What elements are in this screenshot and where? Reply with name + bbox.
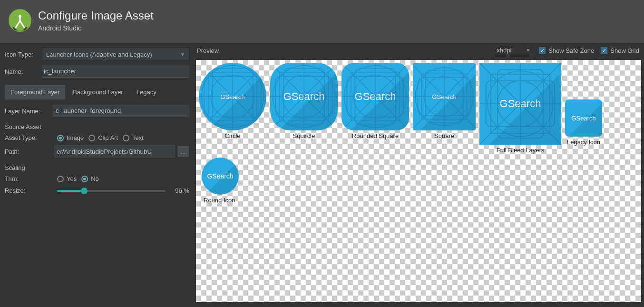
show-grid-checkbox[interactable]: Show Grid xyxy=(601,47,639,54)
caption-legacy: Legacy Icon xyxy=(567,139,600,146)
asset-type-image-label: Image xyxy=(67,134,84,141)
scaling-heading: Scaling xyxy=(5,164,189,171)
caption-square: Square xyxy=(434,132,454,139)
trim-no-label: No xyxy=(91,175,99,182)
chevron-down-icon: ▼ xyxy=(180,52,185,57)
asset-type-clipart-label: Clip Art xyxy=(98,134,118,141)
chevron-down-icon: ▼ xyxy=(526,48,530,53)
checkbox-icon xyxy=(601,47,607,54)
icon-type-select[interactable]: Launcher Icons (Adaptive and Legacy) ▼ xyxy=(42,48,189,61)
header: Configure Image Asset Android Studio xyxy=(0,0,644,43)
preview-icon-rounded-square: GSearch xyxy=(342,63,409,130)
layer-name-field[interactable] xyxy=(52,105,189,117)
caption-rounded-square: Rounded Square xyxy=(352,132,399,139)
trim-label: Trim: xyxy=(5,175,52,182)
layer-name-label: Layer Name: xyxy=(5,108,52,115)
header-titles: Configure Image Asset Android Studio xyxy=(38,9,154,32)
path-label: Path: xyxy=(5,148,52,155)
slider-thumb-icon[interactable] xyxy=(81,188,88,194)
preview-title: Preview xyxy=(197,47,219,54)
radio-dot-icon xyxy=(57,176,64,182)
resize-value: 96 % xyxy=(170,187,189,194)
tab-foreground-layer[interactable]: Foreground Layer xyxy=(5,85,65,99)
radio-dot-icon xyxy=(88,135,95,141)
asset-type-label: Asset Type: xyxy=(5,134,52,141)
show-grid-label: Show Grid xyxy=(610,47,639,54)
layer-tabs: Foreground Layer Background Layer Legacy xyxy=(5,85,189,99)
trim-no-radio[interactable]: No xyxy=(81,175,99,182)
preview-icon-circle: GSearch xyxy=(199,63,266,130)
dpi-value: xhdpi xyxy=(497,47,511,54)
caption-squircle: Squircle xyxy=(293,132,315,139)
icon-type-value: Launcher Icons (Adaptive and Legacy) xyxy=(46,51,152,58)
trim-yes-label: Yes xyxy=(67,175,77,182)
show-safe-zone-checkbox[interactable]: Show Safe Zone xyxy=(539,47,594,54)
preview-icon-full-bleed: GSearch xyxy=(479,63,561,145)
preview-icon-legacy: GSearch xyxy=(565,99,602,137)
trim-yes-radio[interactable]: Yes xyxy=(57,175,77,182)
asset-type-clipart-radio[interactable]: Clip Art xyxy=(88,134,118,141)
preview-canvas: GSearch Circle xyxy=(196,60,641,302)
dialog-title: Configure Image Asset xyxy=(38,9,154,22)
asset-type-text-label: Text xyxy=(132,134,144,141)
name-field[interactable] xyxy=(42,65,189,78)
asset-type-image-radio[interactable]: Image xyxy=(57,134,84,141)
asset-type-text-radio[interactable]: Text xyxy=(123,134,144,141)
preview-panel: Preview xhdpi ▼ Show Safe Zone Show Grid xyxy=(194,43,644,307)
path-field[interactable] xyxy=(54,145,175,158)
browse-button[interactable]: ... xyxy=(177,145,189,158)
caption-circle: Circle xyxy=(224,132,240,139)
android-studio-logo-icon xyxy=(9,9,31,32)
preview-icon-squircle: GSearch xyxy=(270,63,338,130)
radio-dot-icon xyxy=(57,135,64,141)
preview-icon-square: GSearch xyxy=(413,63,476,130)
dpi-select[interactable]: xhdpi ▼ xyxy=(495,46,532,55)
tab-legacy[interactable]: Legacy xyxy=(131,85,162,99)
checkbox-icon xyxy=(539,47,546,54)
dialog-subtitle: Android Studio xyxy=(38,24,154,32)
resize-label: Resize: xyxy=(5,187,52,194)
show-safe-zone-label: Show Safe Zone xyxy=(548,47,594,54)
caption-round: Round Icon xyxy=(204,197,235,204)
name-label: Name: xyxy=(5,68,42,75)
source-asset-heading: Source Asset xyxy=(5,123,189,130)
radio-dot-icon xyxy=(81,176,88,182)
caption-full-bleed: Full Bleed Layers xyxy=(497,147,544,154)
radio-dot-icon xyxy=(123,135,129,141)
resize-slider[interactable] xyxy=(57,190,166,192)
preview-icon-round: GSearch xyxy=(202,158,239,195)
ellipsis-icon: ... xyxy=(181,148,186,155)
tab-background-layer[interactable]: Background Layer xyxy=(67,85,129,99)
icon-type-label: Icon Type: xyxy=(5,51,42,58)
config-panel: Icon Type: Launcher Icons (Adaptive and … xyxy=(0,43,194,307)
